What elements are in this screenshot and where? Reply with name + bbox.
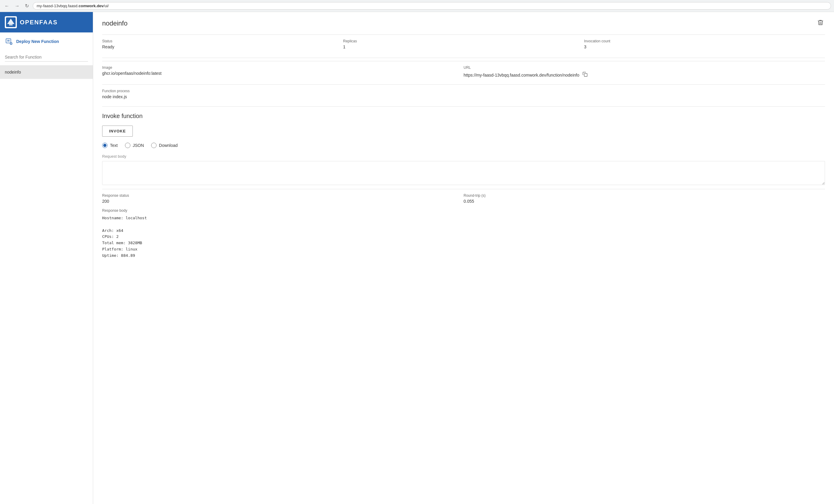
response-type-radio-group: Text JSON Download — [102, 143, 825, 148]
replicas-value: 1 — [343, 44, 584, 49]
radio-option-download[interactable]: Download — [151, 143, 178, 148]
url-label: URL — [464, 65, 825, 70]
url-prefix: my-faasd-13vbqq.faasd. — [37, 4, 79, 8]
status-section: Status Ready Replicas 1 Invocation count… — [102, 35, 825, 55]
info-row-status: Status Ready Replicas 1 Invocation count… — [102, 39, 825, 49]
image-value: ghcr.io/openfaas/nodeinfo:latest — [102, 71, 464, 76]
image-cell: Image ghcr.io/openfaas/nodeinfo:latest — [102, 65, 464, 79]
image-label: Image — [102, 65, 464, 70]
function-name: nodeinfo — [5, 70, 21, 74]
round-trip-cell: Round-trip (s) 0.055 — [464, 193, 825, 204]
radio-text-input[interactable] — [102, 143, 108, 148]
response-status-cell: Response status 200 — [102, 193, 464, 204]
invocation-count-cell: Invocation count 3 — [584, 39, 825, 49]
sidebar: OPENFAAS Deploy New Function nodei — [0, 12, 93, 504]
logo-text: OPENFAAS — [20, 19, 58, 26]
response-status-value: 200 — [102, 199, 464, 204]
svg-rect-2 — [9, 24, 13, 25]
status-cell: Status Ready — [102, 39, 343, 49]
url-value: https://my-faasd-13vbqq.faasd.comwork.de… — [464, 73, 579, 78]
main-content: nodeinfo Status Ready Replicas 1 — [93, 12, 834, 504]
svg-rect-3 — [6, 39, 11, 43]
openfaas-logo: OPENFAAS — [5, 16, 58, 28]
request-body-section: Request body — [102, 154, 825, 186]
url-row: https://my-faasd-13vbqq.faasd.comwork.de… — [464, 71, 825, 79]
radio-json-input[interactable] — [125, 143, 130, 148]
radio-download-label: Download — [159, 143, 178, 148]
response-status-label: Response status — [102, 193, 464, 198]
radio-option-text[interactable]: Text — [102, 143, 118, 148]
browser-chrome: ← → ↻ my-faasd-13vbqq.faasd.comwork.dev/… — [0, 0, 834, 12]
response-body-label: Response body — [102, 209, 825, 213]
function-process-value: node index.js — [102, 94, 825, 99]
url-cell: URL https://my-faasd-13vbqq.faasd.comwor… — [464, 65, 825, 79]
function-list: nodeinfo — [0, 65, 93, 504]
invoke-button[interactable]: INVOKE — [102, 126, 133, 137]
radio-download-input[interactable] — [151, 143, 156, 148]
app-container: OPENFAAS Deploy New Function nodei — [0, 12, 834, 504]
status-value: Ready — [102, 44, 343, 49]
radio-json-label: JSON — [133, 143, 144, 148]
invoke-title: Invoke function — [102, 113, 825, 119]
copy-url-button[interactable] — [581, 71, 588, 79]
invoke-section: Invoke function INVOKE Text JSON Downloa… — [102, 113, 825, 259]
forward-button[interactable]: → — [13, 3, 21, 9]
search-container — [0, 50, 93, 65]
info-row-image-url: Image ghcr.io/openfaas/nodeinfo:latest U… — [102, 65, 825, 79]
refresh-button[interactable]: ↻ — [23, 2, 30, 9]
function-title: nodeinfo — [102, 20, 127, 27]
url-path: /ui/ — [104, 4, 109, 8]
response-status-row: Response status 200 Round-trip (s) 0.055 — [102, 193, 825, 204]
request-body-textarea[interactable] — [102, 161, 825, 185]
image-url-section: Image ghcr.io/openfaas/nodeinfo:latest U… — [102, 61, 825, 84]
round-trip-value: 0.055 — [464, 199, 825, 204]
function-process-label: Function process — [102, 89, 825, 93]
round-trip-label: Round-trip (s) — [464, 193, 825, 198]
radio-text-label: Text — [110, 143, 118, 148]
svg-rect-9 — [584, 73, 587, 76]
invocation-count-value: 3 — [584, 44, 825, 49]
search-input[interactable] — [5, 53, 88, 62]
deploy-icon — [5, 37, 13, 46]
function-process-section: Function process node index.js — [102, 84, 825, 103]
deploy-new-function-button[interactable]: Deploy New Function — [0, 32, 93, 50]
replicas-cell: Replicas 1 — [343, 39, 584, 49]
response-section: Response status 200 Round-trip (s) 0.055… — [102, 189, 825, 259]
invocation-count-label: Invocation count — [584, 39, 825, 43]
request-body-label: Request body — [102, 154, 825, 159]
replicas-label: Replicas — [343, 39, 584, 43]
back-button[interactable]: ← — [3, 3, 11, 9]
radio-option-json[interactable]: JSON — [125, 143, 144, 148]
status-label: Status — [102, 39, 343, 43]
delete-function-button[interactable] — [816, 18, 825, 28]
function-item-nodeinfo[interactable]: nodeinfo — [0, 65, 93, 79]
deploy-btn-label: Deploy New Function — [16, 39, 59, 44]
address-bar[interactable]: my-faasd-13vbqq.faasd.comwork.dev/ui/ — [33, 2, 831, 9]
response-body-content: Hostname: localhost Arch: x64 CPUs: 2 To… — [102, 215, 825, 259]
sidebar-header: OPENFAAS — [0, 12, 93, 32]
function-title-row: nodeinfo — [102, 18, 825, 28]
logo-icon — [5, 16, 17, 28]
url-domain: comwork.dev — [79, 4, 103, 8]
